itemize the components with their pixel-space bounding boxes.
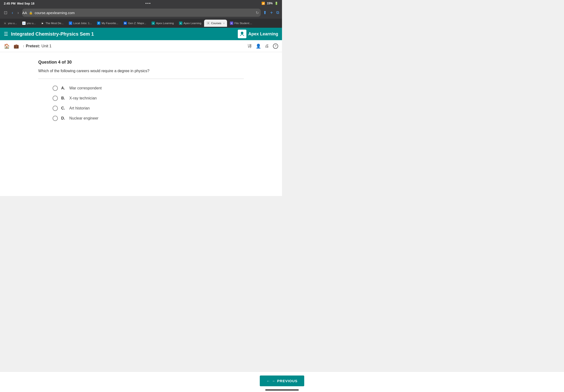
address-bar[interactable]: AA 🔒 course.apexlearning.com ↻: [22, 9, 261, 17]
tab-genz[interactable]: BI Gen Z: Major...: [121, 20, 149, 27]
breadcrumb-arrow-icon: ↑: [23, 44, 24, 48]
apex-logo: Apex Learning: [238, 30, 278, 38]
status-bar: 2:45 PM Wed Sep 18 📶 15% 🔋: [0, 0, 282, 7]
tabs-button[interactable]: ⧉: [276, 10, 279, 15]
back-button[interactable]: ‹: [11, 9, 14, 16]
answer-options: A. War correspondent B. X-ray technician…: [38, 85, 244, 121]
tab-mostde[interactable]: ▶ The Most De...: [39, 20, 66, 27]
hamburger-menu-button[interactable]: ☰: [4, 31, 8, 37]
reload-button[interactable]: ↻: [256, 11, 259, 15]
option-d[interactable]: D. Nuclear engineer: [53, 116, 244, 121]
tab-favicon-apex2: A: [179, 22, 182, 25]
tab-label: My Favorite...: [102, 22, 118, 25]
tab-favicon-filo: fi: [230, 22, 233, 25]
tab-favicon-local: ≈: [69, 22, 72, 25]
sub-header: 🏠 💼 ↑ Pretest: Unit 1 译 👤 🖨 ?: [0, 40, 282, 52]
option-a-text: War correspondent: [69, 86, 102, 90]
time-display: 2:45 PM: [4, 2, 15, 5]
sub-header-left: 🏠 💼 ↑ Pretest: Unit 1: [4, 43, 51, 49]
question-number: Question 4 of 30: [38, 60, 244, 65]
tab-favicon-google: G: [22, 22, 26, 25]
tab-label: Apex Learning: [156, 22, 174, 25]
tab-label: you u...: [27, 22, 36, 25]
option-a[interactable]: A. War correspondent: [53, 85, 244, 91]
status-bar-right: 📶 15% 🔋: [261, 2, 278, 5]
tab-label: Filo Student:...: [234, 22, 252, 25]
tab-label: you u...: [8, 22, 17, 25]
option-d-letter: D.: [61, 116, 66, 120]
app-header: ☰ Integrated Chemistry-Physics Sem 1 Ape…: [0, 28, 282, 40]
tab-label: Apex Learning: [183, 22, 201, 25]
apex-logo-text: Apex Learning: [248, 31, 278, 37]
option-d-text: Nuclear engineer: [69, 116, 98, 120]
share-button[interactable]: ⬆: [263, 10, 267, 15]
course-title: Integrated Chemistry-Physics Sem 1: [11, 31, 94, 37]
tab-favicon-courses: ×: [206, 22, 210, 25]
url-display: course.apexlearning.com: [35, 11, 75, 15]
option-b-text: X-ray technician: [69, 96, 97, 100]
tab-label: Courses: [211, 22, 221, 25]
question-divider: [38, 79, 244, 79]
option-c[interactable]: C. Art historian: [53, 106, 244, 111]
help-icon[interactable]: ?: [273, 43, 278, 49]
main-content: Question 4 of 30 Which of the following …: [0, 52, 282, 191]
tab-favicon-fav: P: [97, 22, 100, 25]
tab-label: Gen Z: Major...: [128, 22, 146, 25]
tab-localjobs[interactable]: ≈ Local Jobs: 1...: [67, 20, 94, 27]
status-bar-left: 2:45 PM Wed Sep 18: [4, 2, 34, 5]
submit-area: SUBMIT: [0, 191, 282, 196]
translate-icon[interactable]: 译: [248, 43, 252, 49]
lock-icon: 🔒: [29, 11, 33, 14]
browser-actions: ⬆ + ⧉: [263, 10, 279, 15]
tab-favicon-biz: BI: [124, 22, 127, 25]
tab-apex2[interactable]: A Apex Learning: [177, 20, 204, 27]
tabs-bar: 1 you u... G you u... ▶ The Most De... ≈…: [0, 19, 282, 28]
battery-icon: 🔋: [275, 2, 278, 5]
font-size-label: AA: [22, 11, 27, 15]
radio-c[interactable]: [53, 106, 58, 111]
radio-a[interactable]: [53, 85, 58, 91]
radio-b[interactable]: [53, 96, 58, 101]
new-tab-button[interactable]: +: [270, 10, 273, 15]
radio-d[interactable]: [53, 116, 58, 121]
tab-courses[interactable]: × Courses ×: [204, 20, 227, 27]
tab-close-icon[interactable]: ×: [223, 22, 225, 25]
svg-point-0: [241, 32, 243, 34]
option-b[interactable]: B. X-ray technician: [53, 96, 244, 101]
home-icon[interactable]: 🏠: [4, 43, 10, 49]
tab-myfav[interactable]: P My Favorite...: [95, 20, 121, 27]
tab-you[interactable]: 1 you u...: [1, 20, 19, 27]
status-bar-center: [146, 3, 150, 4]
tab-label: Local Jobs: 1...: [73, 22, 92, 25]
option-b-letter: B.: [61, 96, 66, 100]
sidebar-toggle-button[interactable]: ⊡: [3, 9, 8, 16]
wifi-icon: 📶: [261, 2, 265, 5]
breadcrumb: ↑ Pretest: Unit 1: [23, 44, 51, 48]
date-display: Wed Sep 18: [17, 2, 34, 5]
app-header-left: ☰ Integrated Chemistry-Physics Sem 1: [4, 31, 94, 37]
tab-apex1[interactable]: A Apex Learning: [149, 20, 176, 27]
option-c-text: Art historian: [69, 106, 90, 111]
accessibility-icon[interactable]: 👤: [256, 43, 261, 49]
tab-google[interactable]: G you u...: [20, 20, 38, 27]
option-c-letter: C.: [61, 106, 66, 111]
tab-favicon-most: ▶: [41, 22, 44, 25]
print-icon[interactable]: 🖨: [265, 43, 269, 49]
apex-logo-icon: [238, 30, 246, 38]
battery-display: 15%: [267, 2, 273, 5]
question-text: Which of the following careers would req…: [38, 68, 244, 74]
tab-label: The Most De...: [45, 22, 63, 25]
option-a-letter: A.: [61, 86, 66, 90]
briefcase-icon[interactable]: 💼: [14, 43, 19, 49]
breadcrumb-label: Pretest:: [26, 44, 40, 48]
browser-chrome: ⊡ ‹ › AA 🔒 course.apexlearning.com ↻ ⬆ +…: [0, 7, 282, 19]
tab-favicon-you: 1: [3, 22, 7, 25]
tab-favicon-apex1: A: [151, 22, 155, 25]
sub-header-right: 译 👤 🖨 ?: [248, 43, 278, 49]
breadcrumb-value: Unit 1: [41, 44, 52, 48]
tab-filo[interactable]: fi Filo Student:...: [228, 20, 255, 27]
forward-button[interactable]: ›: [16, 9, 20, 16]
